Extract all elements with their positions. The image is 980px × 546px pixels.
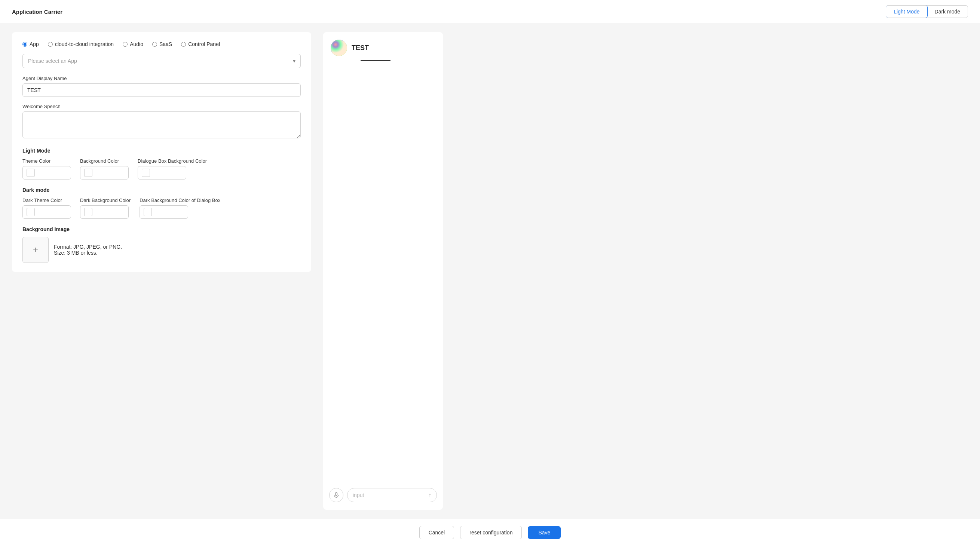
carrier-type-saas[interactable]: SaaS bbox=[152, 41, 172, 47]
agent-display-name-label: Agent Display Name bbox=[22, 76, 301, 81]
send-icon: ↑ bbox=[428, 492, 431, 498]
svg-rect-1 bbox=[336, 492, 337, 495]
dark-background-color-field: Dark Background Color bbox=[80, 197, 130, 219]
dialogue-box-bg-color-swatch[interactable] bbox=[142, 169, 150, 177]
welcome-speech-field: Welcome Speech bbox=[22, 103, 301, 146]
upload-format: Format: JPG, JPEG, or PNG. bbox=[54, 244, 122, 250]
mic-icon bbox=[333, 492, 339, 498]
background-image-title: Background Image bbox=[22, 226, 301, 232]
preview-divider bbox=[361, 60, 390, 61]
cancel-button[interactable]: Cancel bbox=[419, 526, 455, 539]
app-select-wrapper: Please select an App ▾ bbox=[22, 54, 301, 68]
light-mode-colors: Theme Color Background Color Dialogue Bo… bbox=[22, 158, 301, 180]
preview-panel: TEST input ↑ bbox=[323, 32, 443, 510]
welcome-speech-input[interactable] bbox=[22, 111, 301, 138]
upload-box: + Format: JPG, JPEG, or PNG. Size: 3 MB … bbox=[22, 237, 301, 263]
dark-mode-title: Dark mode bbox=[22, 187, 301, 193]
preview-avatar bbox=[331, 40, 347, 56]
dialogue-box-bg-color-input[interactable] bbox=[138, 166, 186, 180]
dialogue-box-bg-color-field: Dialogue Box Background Color bbox=[138, 158, 207, 180]
dark-theme-color-input[interactable] bbox=[22, 205, 71, 219]
dark-background-color-swatch[interactable] bbox=[84, 208, 92, 216]
dark-mode-btn[interactable]: Dark mode bbox=[927, 6, 968, 18]
footer-bar: Cancel reset configuration Save bbox=[0, 519, 980, 546]
dark-theme-color-field: Dark Theme Color bbox=[22, 197, 71, 219]
dark-theme-color-swatch[interactable] bbox=[27, 208, 35, 216]
dark-background-color-label: Dark Background Color bbox=[80, 197, 130, 203]
preview-header: TEST bbox=[323, 32, 443, 60]
dialogue-box-bg-color-label: Dialogue Box Background Color bbox=[138, 158, 207, 164]
upload-info: Format: JPG, JPEG, or PNG. Size: 3 MB or… bbox=[54, 244, 122, 256]
welcome-speech-label: Welcome Speech bbox=[22, 103, 301, 109]
mode-toggle[interactable]: Light Mode Dark mode bbox=[886, 5, 968, 18]
background-color-field: Background Color bbox=[80, 158, 129, 180]
preview-text-input[interactable]: input ↑ bbox=[347, 488, 437, 502]
page-title: Application Carrier bbox=[12, 9, 62, 15]
theme-color-field: Theme Color bbox=[22, 158, 71, 180]
background-color-label: Background Color bbox=[80, 158, 129, 164]
carrier-type-app[interactable]: App bbox=[22, 41, 39, 47]
upload-button[interactable]: + bbox=[22, 237, 49, 263]
carrier-type-group: App cloud-to-cloud integration Audio Saa… bbox=[22, 41, 301, 47]
dark-background-color-input[interactable] bbox=[80, 205, 129, 219]
mic-button[interactable] bbox=[329, 488, 344, 502]
agent-display-name-field: Agent Display Name bbox=[22, 76, 301, 103]
carrier-type-cloud[interactable]: cloud-to-cloud integration bbox=[48, 41, 114, 47]
background-image-section: Background Image + Format: JPG, JPEG, or… bbox=[22, 226, 301, 263]
dark-theme-color-label: Dark Theme Color bbox=[22, 197, 71, 203]
dark-dialog-bg-color-swatch[interactable] bbox=[144, 208, 152, 216]
light-mode-title: Light Mode bbox=[22, 148, 301, 154]
preview-input-placeholder: input bbox=[353, 492, 364, 498]
upload-size: Size: 3 MB or less. bbox=[54, 250, 122, 256]
svg-point-0 bbox=[331, 40, 347, 56]
preview-agent-name: TEST bbox=[352, 44, 369, 52]
reset-button[interactable]: reset configuration bbox=[460, 526, 522, 539]
agent-display-name-input[interactable] bbox=[22, 83, 301, 97]
background-color-input[interactable] bbox=[80, 166, 129, 180]
theme-color-input[interactable] bbox=[22, 166, 71, 180]
light-mode-btn[interactable]: Light Mode bbox=[886, 5, 927, 18]
plus-icon: + bbox=[33, 245, 38, 255]
theme-color-label: Theme Color bbox=[22, 158, 71, 164]
preview-input-area: input ↑ bbox=[329, 488, 437, 502]
app-select[interactable]: Please select an App bbox=[22, 54, 301, 68]
save-button[interactable]: Save bbox=[528, 526, 561, 539]
carrier-type-control[interactable]: Control Panel bbox=[181, 41, 220, 47]
theme-color-swatch[interactable] bbox=[27, 169, 35, 177]
background-color-swatch[interactable] bbox=[84, 169, 92, 177]
dark-dialog-bg-color-input[interactable] bbox=[140, 205, 188, 219]
dark-mode-colors: Dark Theme Color Dark Background Color D… bbox=[22, 197, 301, 219]
carrier-type-audio[interactable]: Audio bbox=[123, 41, 143, 47]
dark-dialog-bg-color-field: Dark Background Color of Dialog Box bbox=[140, 197, 220, 219]
dark-dialog-bg-color-label: Dark Background Color of Dialog Box bbox=[140, 197, 220, 203]
